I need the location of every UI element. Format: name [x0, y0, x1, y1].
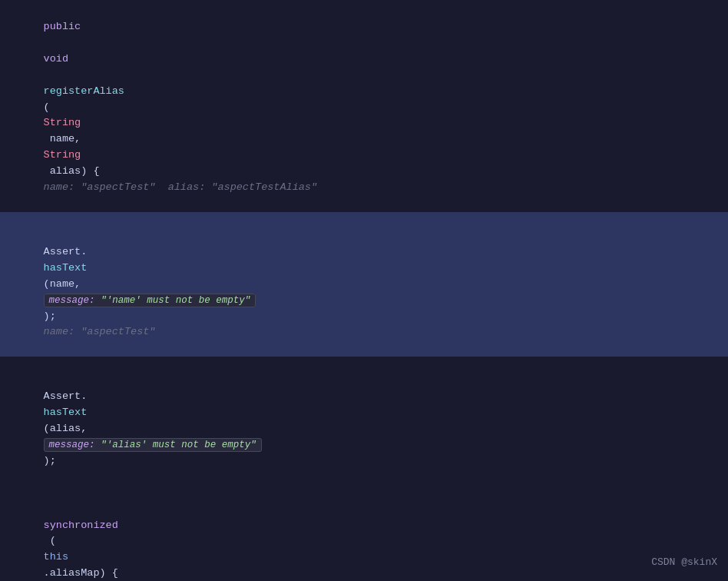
code-line-1: public void registerAlias ( String name,… — [0, 3, 728, 212]
code-line-4: synchronized ( this .aliasMap) { — [0, 486, 728, 581]
code-editor: public void registerAlias ( String name,… — [0, 0, 728, 581]
watermark: CSDN @skinX — [651, 555, 717, 570]
code-line-2: Assert. hasText (name, message: "'name' … — [0, 212, 728, 357]
code-line-3: Assert. hasText (alias, message: "'alias… — [0, 357, 728, 485]
